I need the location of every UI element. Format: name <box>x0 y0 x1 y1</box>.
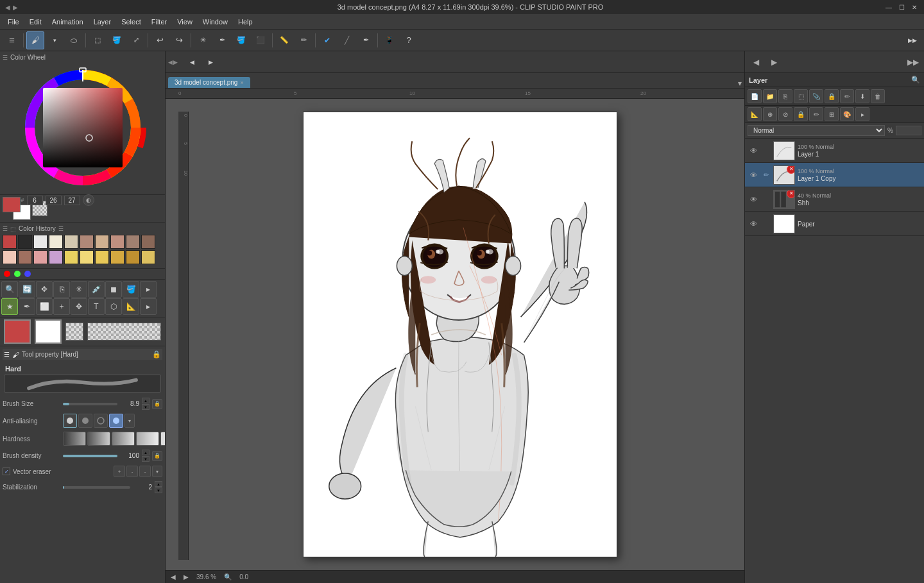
tool-eyedropper[interactable]: 💉 <box>88 281 105 298</box>
brush-size-up[interactable]: ▲ <box>142 398 150 403</box>
toolbar-dropdown[interactable]: ▾ <box>46 31 64 49</box>
toolbar-fill[interactable]: 🪣 <box>108 31 126 49</box>
layer-search[interactable]: 🔍 <box>911 76 920 84</box>
la-btn-lock2[interactable]: 🔒 <box>794 107 808 121</box>
stab-up[interactable]: ▲ <box>155 481 162 487</box>
brush-density-slider[interactable] <box>63 455 117 457</box>
color-swatch-1[interactable] <box>3 235 17 249</box>
la-btn-more[interactable]: ▸ <box>855 107 869 121</box>
tool-move[interactable]: ✥ <box>36 281 53 298</box>
rnav-prev[interactable]: ◀ <box>748 54 764 71</box>
fg-bg-color-switcher[interactable] <box>3 197 31 220</box>
color-swatch-11[interactable] <box>3 250 17 264</box>
canvas-tab-active[interactable]: 3d model concept.png × <box>168 77 250 88</box>
color-swatch-2[interactable] <box>18 235 32 249</box>
menu-file[interactable]: File <box>3 17 24 27</box>
color-swatch-3[interactable] <box>33 235 47 249</box>
drawing-canvas[interactable] <box>303 112 617 557</box>
menu-view[interactable]: View <box>172 17 198 27</box>
la-lock-draw[interactable]: ✏ <box>840 89 854 103</box>
color-wheel-container[interactable]: # 6 26 27 ◐ <box>19 63 147 192</box>
menu-window[interactable]: Window <box>198 17 233 27</box>
la-new-folder[interactable]: 📁 <box>763 89 777 103</box>
sub-tb-prev[interactable]: ◀ <box>183 53 201 71</box>
layer-item-shh[interactable]: 👁 ✕ 40 % Normal Shh <box>745 187 924 212</box>
layer-item-paper[interactable]: 👁 Paper <box>745 212 924 236</box>
la-btn-lock3[interactable]: ✏ <box>809 107 823 121</box>
ve-dropdown[interactable]: ▾ <box>152 466 162 477</box>
layer-paper-eye[interactable]: 👁 <box>748 218 759 230</box>
menu-select[interactable]: Select <box>116 17 146 27</box>
toolbar-pen[interactable]: ✒ <box>213 31 231 49</box>
color-swatch-20[interactable] <box>141 250 155 264</box>
menu-edit[interactable]: Edit <box>24 17 47 27</box>
color-swatch-19[interactable] <box>126 250 140 264</box>
color-swatch-8[interactable] <box>110 235 124 249</box>
close-button[interactable]: ✕ <box>910 3 919 12</box>
color-v-value[interactable]: 27 <box>64 196 80 205</box>
toolbar-transform[interactable]: ⤢ <box>127 31 145 49</box>
la-btn-ref[interactable]: 📐 <box>748 107 762 121</box>
rnav-next[interactable]: ▶ <box>766 54 782 71</box>
color-swatch-16[interactable] <box>80 250 94 264</box>
tool-rotate[interactable]: 🔄 <box>19 281 35 298</box>
color-options-btn[interactable]: ◐ <box>83 194 94 206</box>
color-swatch-4[interactable] <box>49 235 63 249</box>
tool-more1[interactable]: ▸ <box>140 281 157 298</box>
aa-option-1[interactable] <box>63 414 77 428</box>
color-wheel-svg[interactable] <box>19 63 147 192</box>
layer-copy-eye[interactable]: 👁 <box>748 169 759 181</box>
aa-option-2[interactable] <box>78 414 92 428</box>
la-btn-grid[interactable]: ⊞ <box>825 107 839 121</box>
tool-pen[interactable]: ✒ <box>19 298 35 315</box>
la-mask[interactable]: ⬚ <box>794 89 808 103</box>
menu-animation[interactable]: Animation <box>47 17 89 27</box>
tool-vector[interactable]: ⬡ <box>105 298 122 315</box>
aa-option-4[interactable] <box>109 414 123 428</box>
toolbar-transform2[interactable]: ⬛ <box>252 31 270 49</box>
hardness-opt-2[interactable] <box>87 432 110 446</box>
toolbar-brush-tool[interactable]: 🖌 <box>26 31 44 49</box>
tool-eraser[interactable]: ⬜ <box>36 298 53 315</box>
maximize-button[interactable]: ☐ <box>897 3 906 12</box>
la-clipping[interactable]: 📎 <box>809 89 823 103</box>
history-next[interactable]: ▶ <box>184 573 189 580</box>
tool-select2[interactable]: ✥ <box>71 298 87 315</box>
stab-down[interactable]: ▼ <box>155 487 162 493</box>
layer-item-copy[interactable]: 👁 ✏ ✕ 100 % Normal Layer 1 Copy <box>745 163 924 187</box>
la-btn-mask2[interactable]: ⊕ <box>763 107 777 121</box>
tool-star[interactable]: ★ <box>1 298 18 315</box>
aa-option-3[interactable] <box>94 414 108 428</box>
tool-clone[interactable]: ⎘ <box>53 281 70 298</box>
tool-zoom[interactable]: 🔍 <box>1 281 18 298</box>
la-delete[interactable]: 🗑 <box>871 89 885 103</box>
layer-copy-lock[interactable]: ✏ <box>762 171 771 180</box>
statusbar-zoom-btn[interactable]: 🔍 <box>224 573 232 580</box>
la-merge[interactable]: ⬇ <box>855 89 869 103</box>
color-swatch-7[interactable] <box>95 235 109 249</box>
density-up[interactable]: ▲ <box>142 450 150 455</box>
color-swatch-10[interactable] <box>141 235 155 249</box>
tool-gradient[interactable]: ◼ <box>105 281 122 298</box>
tool-blend[interactable]: + <box>53 298 70 315</box>
vector-eraser-check[interactable]: ✓ <box>3 468 10 475</box>
color-swatch-5[interactable] <box>64 235 78 249</box>
menu-filter[interactable]: Filter <box>146 17 172 27</box>
color-swatch-13[interactable] <box>33 250 47 264</box>
ve-btn2[interactable]: - <box>126 466 138 477</box>
color-s-value[interactable]: 26 <box>46 196 62 205</box>
tool-magic-select[interactable]: ✳ <box>71 281 87 298</box>
brush-size-down[interactable]: ▼ <box>142 404 150 410</box>
toolbar-select-all[interactable]: ✳ <box>194 31 212 49</box>
color-swatch-14[interactable] <box>49 250 63 264</box>
color-swatch-6[interactable] <box>80 235 94 249</box>
hardness-opt-5[interactable] <box>160 432 165 446</box>
main-bg-swatch[interactable] <box>35 319 62 344</box>
opacity-input[interactable]: 100 <box>896 126 921 135</box>
color-swatch-18[interactable] <box>110 250 124 264</box>
aa-dropdown[interactable]: ▾ <box>124 414 135 428</box>
toolbar-pen-mode[interactable]: ✒ <box>357 31 375 49</box>
sub-tb-next[interactable]: ▶ <box>201 53 219 71</box>
brush-size-slider[interactable] <box>63 403 117 405</box>
canvas-tab-close[interactable]: × <box>240 80 243 86</box>
